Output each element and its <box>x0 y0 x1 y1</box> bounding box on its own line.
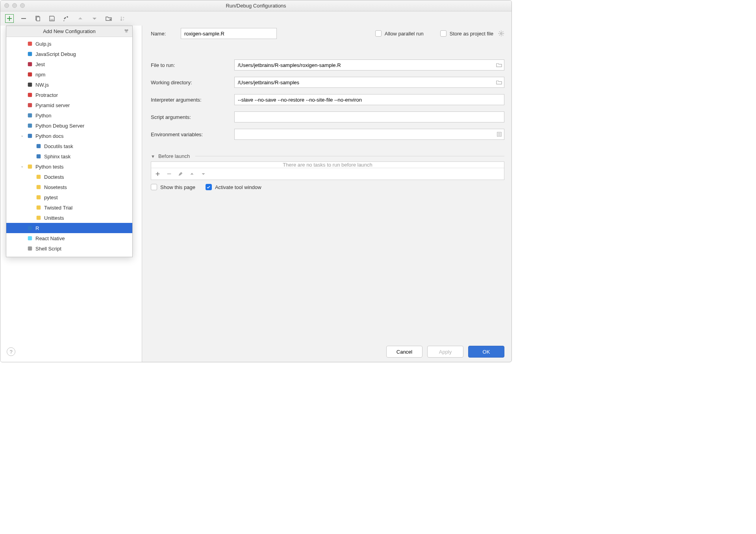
config-type-tree[interactable]: Gulp.jsJavaScript DebugJestnpmNW.jsProtr… <box>6 37 132 257</box>
config-type-icon <box>27 122 33 129</box>
popup-title: Add New Configuration <box>43 28 96 34</box>
minimize-window-icon[interactable] <box>12 3 17 8</box>
task-down-button[interactable] <box>201 171 206 176</box>
config-type-label: Sphinx task <box>44 154 70 159</box>
show-this-page-checkbox[interactable]: Show this page <box>151 184 195 190</box>
svg-rect-21 <box>37 206 41 210</box>
edit-templates-button[interactable] <box>62 14 70 23</box>
config-type-item[interactable]: ⌄Python tests <box>6 161 132 172</box>
config-type-item[interactable]: Twisted Trial <box>6 202 132 213</box>
config-type-item[interactable]: Protractor <box>6 90 132 100</box>
svg-rect-10 <box>28 93 32 97</box>
svg-rect-25 <box>28 247 32 251</box>
copy-config-button[interactable] <box>33 14 42 23</box>
browse-folder-icon[interactable] <box>496 80 502 85</box>
svg-rect-23 <box>28 226 32 230</box>
gear-icon[interactable] <box>498 30 504 37</box>
config-type-icon <box>27 51 33 57</box>
config-type-item[interactable]: Shell Script <box>6 243 132 254</box>
config-type-item[interactable]: Unittests <box>6 213 132 223</box>
config-type-item[interactable]: Pyramid server <box>6 100 132 110</box>
config-type-icon <box>27 102 33 108</box>
show-this-page-label: Show this page <box>160 184 195 190</box>
config-type-item[interactable]: ⌄Python docs <box>6 131 132 141</box>
script-args-input[interactable] <box>234 111 504 122</box>
apply-button[interactable]: Apply <box>427 346 463 358</box>
svg-rect-19 <box>37 185 41 189</box>
allow-parallel-checkbox[interactable]: Allow parallel run <box>375 30 424 37</box>
config-type-item[interactable]: R <box>6 223 132 233</box>
zoom-window-icon[interactable] <box>20 3 25 8</box>
svg-rect-24 <box>28 236 32 241</box>
toolbar: az <box>0 11 511 26</box>
move-down-button[interactable] <box>90 14 99 23</box>
task-up-button[interactable] <box>189 171 195 176</box>
config-type-item[interactable]: Doctests <box>6 172 132 182</box>
browse-folder-icon[interactable] <box>496 62 502 68</box>
config-type-item[interactable]: Jest <box>6 59 132 69</box>
collapse-icon[interactable] <box>124 28 129 34</box>
config-type-item[interactable]: pytest <box>6 192 132 202</box>
config-type-item[interactable]: JavaScript Debug <box>6 49 132 59</box>
svg-rect-18 <box>37 175 41 179</box>
config-type-item[interactable]: Docutils task <box>6 141 132 151</box>
remove-task-button[interactable] <box>167 171 172 176</box>
config-type-label: Python docs <box>35 133 64 139</box>
folder-button[interactable] <box>104 14 113 23</box>
move-up-button[interactable] <box>76 14 85 23</box>
config-type-icon <box>35 194 42 200</box>
config-type-label: Python <box>35 113 51 119</box>
activate-tool-window-checkbox[interactable]: Activate tool window <box>206 184 261 190</box>
before-launch-title: Before launch <box>158 153 190 159</box>
add-config-button[interactable] <box>5 14 14 23</box>
remove-config-button[interactable] <box>19 14 28 23</box>
working-dir-input[interactable] <box>234 77 504 88</box>
config-type-item[interactable]: Sphinx task <box>6 151 132 161</box>
config-form: Name: Allow parallel run Store as projec… <box>142 26 511 362</box>
svg-rect-7 <box>28 62 32 67</box>
before-launch-header[interactable]: ▼ Before launch <box>151 153 504 161</box>
config-type-label: Protractor <box>35 92 58 98</box>
edit-task-button[interactable] <box>178 171 183 176</box>
config-type-label: Python Debug Server <box>35 123 84 129</box>
config-type-item[interactable]: NW.js <box>6 80 132 90</box>
config-type-icon <box>27 112 33 119</box>
config-type-label: Nosetests <box>44 184 67 190</box>
name-input[interactable] <box>181 28 277 39</box>
config-type-label: Pyramid server <box>35 102 70 108</box>
config-type-icon <box>27 245 33 252</box>
file-to-run-label: File to run: <box>151 62 230 68</box>
file-to-run-input[interactable] <box>234 59 504 70</box>
config-type-icon <box>35 204 42 211</box>
config-type-item[interactable]: React Native <box>6 233 132 243</box>
save-config-button[interactable] <box>48 14 56 23</box>
config-type-item[interactable]: Nosetests <box>6 182 132 192</box>
config-type-icon <box>35 153 42 159</box>
config-type-item[interactable]: Gulp.js <box>6 39 132 49</box>
ok-button[interactable]: OK <box>468 346 504 358</box>
store-as-project-file-checkbox[interactable]: Store as project file <box>440 30 493 37</box>
chevron-down-icon: ▼ <box>151 154 155 159</box>
svg-rect-20 <box>37 195 41 200</box>
before-launch-panel: There are no tasks to run before launch <box>151 161 504 180</box>
sort-button[interactable]: az <box>119 14 127 23</box>
window-title: Run/Debug Configurations <box>226 3 286 9</box>
config-type-item[interactable]: Python <box>6 110 132 121</box>
add-task-button[interactable] <box>155 171 160 176</box>
config-tree-panel: Add New Configuration Gulp.jsJavaScript … <box>0 26 142 362</box>
config-type-icon <box>27 41 33 47</box>
close-window-icon[interactable] <box>4 3 9 8</box>
interpreter-args-input[interactable] <box>234 94 504 105</box>
config-type-icon <box>27 71 33 78</box>
config-type-item[interactable]: Python Debug Server <box>6 121 132 131</box>
svg-rect-22 <box>37 216 41 220</box>
config-type-item[interactable]: npm <box>6 69 132 80</box>
svg-rect-13 <box>28 124 32 128</box>
cancel-button[interactable]: Cancel <box>386 346 422 358</box>
svg-rect-8 <box>28 72 32 77</box>
popup-header: Add New Configuration <box>6 26 132 37</box>
env-vars-input[interactable] <box>234 129 504 140</box>
chevron-icon: ⌄ <box>20 164 24 168</box>
list-edit-icon[interactable] <box>497 132 502 137</box>
help-button[interactable]: ? <box>7 347 15 356</box>
